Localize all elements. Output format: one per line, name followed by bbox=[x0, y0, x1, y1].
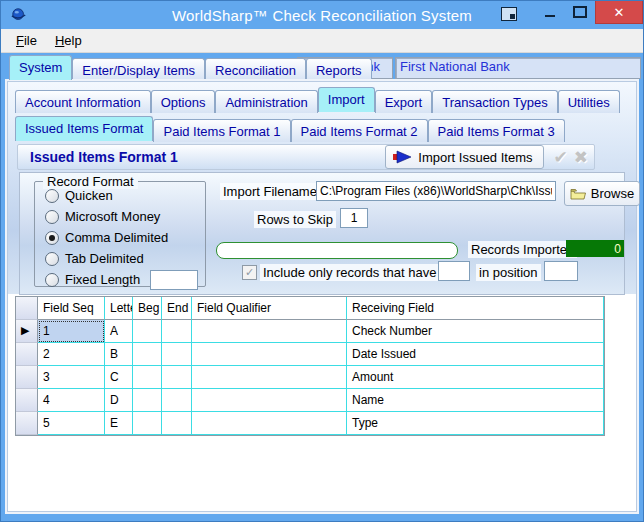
tab-reports[interactable]: Reports bbox=[306, 58, 372, 81]
tab-paid-items-format-2[interactable]: Paid Items Format 2 bbox=[291, 119, 428, 142]
bank-name-field[interactable]: First National Bank bbox=[395, 57, 641, 79]
grid-col-header-field-qualifier[interactable]: Field Qualifier bbox=[192, 297, 347, 320]
tab-paid-items-format-1[interactable]: Paid Items Format 1 bbox=[153, 119, 290, 142]
in-position-input[interactable] bbox=[544, 261, 578, 281]
grid-cell-qualifier[interactable] bbox=[192, 389, 347, 412]
include-value-input[interactable] bbox=[438, 261, 470, 281]
grid-row-selector[interactable] bbox=[16, 389, 38, 412]
grid-col-header-end[interactable]: End bbox=[162, 297, 192, 320]
tab-account-information[interactable]: Account Information bbox=[15, 90, 151, 113]
main-tab-strip: FirstNatlBank First National Bank System… bbox=[1, 53, 643, 80]
grid-col-header-beg[interactable]: Beg bbox=[133, 297, 162, 320]
menu-file[interactable]: File bbox=[7, 30, 46, 51]
tab-paid-items-format-3[interactable]: Paid Items Format 3 bbox=[428, 119, 565, 142]
radio-icon bbox=[45, 189, 59, 203]
confirm-icon[interactable]: ✔ bbox=[554, 147, 568, 168]
rows-to-skip-input[interactable] bbox=[340, 208, 368, 228]
maximize-icon bbox=[573, 6, 587, 18]
grid-cell-letter[interactable]: C bbox=[105, 366, 133, 389]
window-menu-icon[interactable] bbox=[501, 7, 517, 21]
grid-row-selector[interactable] bbox=[16, 412, 38, 435]
tab-reconciliation[interactable]: Reconciliation bbox=[205, 58, 306, 81]
tab-issued-items-format[interactable]: Issued Items Format bbox=[15, 116, 153, 141]
grid-cell-beg[interactable] bbox=[133, 320, 162, 343]
grid-cell-letter[interactable]: A bbox=[105, 320, 133, 343]
grid-cell-letter[interactable]: B bbox=[105, 343, 133, 366]
grid-cell-field_seq[interactable]: 5 bbox=[38, 412, 105, 435]
browse-button-label: Browse bbox=[591, 186, 634, 201]
grid-col-header-field-seq[interactable]: Field Seq bbox=[38, 297, 105, 320]
include-records-checkbox[interactable]: ✓ bbox=[242, 265, 257, 280]
grid-cell-beg[interactable] bbox=[133, 412, 162, 435]
section-header: Issued Items Format 1 Import Issued Item… bbox=[17, 144, 595, 170]
records-imported-label: Records Imported bbox=[468, 241, 577, 258]
checkbox-check-icon: ✓ bbox=[245, 266, 254, 278]
grid-cell-beg[interactable] bbox=[133, 389, 162, 412]
grid-cell-receiving[interactable]: Check Number bbox=[347, 320, 604, 343]
radio-label: Microsoft Money bbox=[65, 209, 160, 224]
grid-cell-qualifier[interactable] bbox=[192, 412, 347, 435]
tab-import[interactable]: Import bbox=[318, 87, 375, 112]
grid-row-selector[interactable] bbox=[16, 343, 38, 366]
cancel-icon[interactable]: ✖ bbox=[574, 147, 588, 168]
tab-enter-display-items[interactable]: Enter/Display Items bbox=[72, 58, 205, 81]
fixed-length-input[interactable] bbox=[150, 270, 198, 290]
tab-transaction-types[interactable]: Transaction Types bbox=[432, 90, 558, 113]
grid-col-header-receiving-field[interactable]: Receiving Field bbox=[347, 297, 604, 320]
app-window: WorldSharp™ Check Reconciliation System … bbox=[0, 0, 644, 522]
radio-icon bbox=[45, 210, 59, 224]
grid-cell-qualifier[interactable] bbox=[192, 366, 347, 389]
tab-administration[interactable]: Administration bbox=[215, 90, 317, 113]
grid-cell-receiving[interactable]: Name bbox=[347, 389, 604, 412]
grid-cell-field_seq[interactable]: 1 bbox=[38, 320, 105, 343]
grid-row-selector[interactable]: ▶ bbox=[16, 320, 38, 343]
import-issued-items-button[interactable]: Import Issued Items bbox=[385, 145, 543, 169]
radio-option-microsoft-money[interactable]: Microsoft Money bbox=[45, 209, 205, 224]
record-format-options: QuickenMicrosoft MoneyComma DelimitedTab… bbox=[35, 188, 205, 287]
import-arrow-icon bbox=[392, 150, 412, 164]
import-filename-input[interactable] bbox=[316, 181, 556, 201]
radio-label: Fixed Length bbox=[65, 272, 140, 287]
grid-cell-field_seq[interactable]: 3 bbox=[38, 366, 105, 389]
grid-cell-beg[interactable] bbox=[133, 343, 162, 366]
grid-row-selector[interactable] bbox=[16, 366, 38, 389]
grid-cell-qualifier[interactable] bbox=[192, 343, 347, 366]
radio-option-comma-delimited[interactable]: Comma Delimited bbox=[45, 230, 205, 245]
field-mapping-grid: Field SeqLetterBegEndField QualifierRece… bbox=[15, 296, 605, 436]
menu-help[interactable]: Help bbox=[46, 30, 91, 51]
tab-options[interactable]: Options bbox=[151, 90, 216, 113]
grid-cell-beg[interactable] bbox=[133, 366, 162, 389]
grid-cell-letter[interactable]: E bbox=[105, 412, 133, 435]
section-title: Issued Items Format 1 bbox=[18, 149, 385, 165]
grid-cell-receiving[interactable]: Type bbox=[347, 412, 604, 435]
close-button[interactable]: ✕ bbox=[595, 1, 643, 24]
grid-cell-end[interactable] bbox=[162, 412, 192, 435]
grid-cell-qualifier[interactable] bbox=[192, 320, 347, 343]
close-icon: ✕ bbox=[614, 5, 625, 20]
minimize-button[interactable] bbox=[535, 1, 565, 23]
grid-cell-end[interactable] bbox=[162, 343, 192, 366]
tab-utilities[interactable]: Utilities bbox=[558, 90, 620, 113]
radio-icon bbox=[45, 252, 59, 266]
grid-cell-receiving[interactable]: Amount bbox=[347, 366, 604, 389]
radio-option-fixed-length[interactable]: Fixed Length bbox=[45, 272, 205, 287]
include-records-label: Include only records that have bbox=[260, 264, 439, 281]
tab-export[interactable]: Export bbox=[375, 90, 433, 113]
maximize-button[interactable] bbox=[565, 1, 595, 23]
tab-system[interactable]: System bbox=[9, 55, 72, 80]
grid-cell-receiving[interactable]: Date Issued bbox=[347, 343, 604, 366]
grid-cell-letter[interactable]: D bbox=[105, 389, 133, 412]
radio-option-tab-delimited[interactable]: Tab Delimited bbox=[45, 251, 205, 266]
browse-button[interactable]: Browse bbox=[564, 181, 640, 206]
record-format-label: Record Format bbox=[43, 174, 138, 189]
content-panel: Account InformationOptionsAdministration… bbox=[5, 79, 639, 514]
grid-cell-field_seq[interactable]: 2 bbox=[38, 343, 105, 366]
grid-cell-field_seq[interactable]: 4 bbox=[38, 389, 105, 412]
grid-cell-end[interactable] bbox=[162, 320, 192, 343]
grid-cell-end[interactable] bbox=[162, 389, 192, 412]
grid-cell-end[interactable] bbox=[162, 366, 192, 389]
radio-option-quicken[interactable]: Quicken bbox=[45, 188, 205, 203]
system-tab-strip: Account InformationOptionsAdministration… bbox=[7, 81, 637, 112]
grid-col-header-letter[interactable]: Letter bbox=[105, 297, 133, 320]
grid-header-row: Field SeqLetterBegEndField QualifierRece… bbox=[16, 297, 604, 320]
